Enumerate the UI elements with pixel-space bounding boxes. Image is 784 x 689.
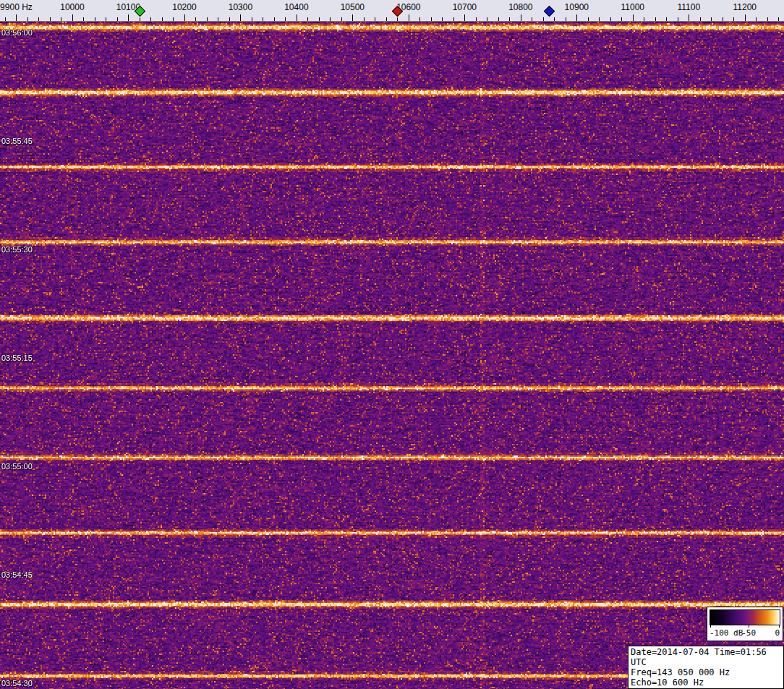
minor-tick xyxy=(252,17,252,21)
minor-tick xyxy=(453,17,454,21)
spectrogram-canvas[interactable] xyxy=(0,22,784,689)
minor-tick xyxy=(498,17,499,21)
time-label: 03:54:30 xyxy=(1,679,33,688)
minor-tick xyxy=(700,17,701,21)
tick-label: 11000 xyxy=(621,2,644,12)
minor-tick xyxy=(386,17,387,21)
tick-label: 10900 xyxy=(565,2,589,12)
minor-tick xyxy=(397,17,398,21)
minor-tick xyxy=(543,17,544,21)
tick-label: 10800 xyxy=(508,2,532,12)
colorbar-tick xyxy=(779,625,780,628)
minor-tick xyxy=(644,17,644,21)
minor-tick xyxy=(229,17,230,21)
minor-tick xyxy=(723,17,723,21)
minor-tick xyxy=(756,17,757,21)
minor-tick xyxy=(733,17,734,21)
time-label: 03:55:45 xyxy=(1,137,33,145)
minor-tick xyxy=(341,17,342,21)
colorbar-label-max: 0 xyxy=(775,628,780,638)
minor-tick xyxy=(711,17,712,21)
minor-tick xyxy=(150,17,151,21)
major-tick xyxy=(240,14,241,21)
minor-tick xyxy=(285,17,286,21)
colorbar: -100 dB -50 0 xyxy=(707,607,783,641)
minor-tick xyxy=(27,17,28,21)
minor-tick xyxy=(509,17,510,21)
minor-tick xyxy=(61,17,61,21)
minor-tick xyxy=(195,17,196,21)
tick-label: 10200 xyxy=(172,2,196,12)
colorbar-label-mid: -50 xyxy=(741,628,756,638)
minor-tick xyxy=(5,17,6,21)
minor-tick xyxy=(106,17,106,21)
minor-tick xyxy=(566,17,566,21)
info-box: Date=2014-07-04 Time=01:56 UTC Freq=143 … xyxy=(628,646,784,689)
major-tick xyxy=(521,14,521,21)
tick-label: 9900 Hz xyxy=(0,2,33,12)
minor-tick xyxy=(778,17,779,21)
info-date-time: Date=2014-07-04 Time=01:56 UTC xyxy=(631,647,781,667)
colorbar-tick xyxy=(710,625,711,628)
minor-tick xyxy=(554,17,555,21)
minor-tick xyxy=(678,17,678,21)
minor-tick xyxy=(487,17,487,21)
colorbar-gradient xyxy=(710,609,780,625)
minor-tick xyxy=(117,17,118,21)
tick-label: 11200 xyxy=(733,2,757,12)
major-tick xyxy=(576,14,577,21)
major-tick xyxy=(297,14,297,21)
minor-tick xyxy=(330,17,331,21)
minor-tick xyxy=(476,17,477,21)
info-frequency: Freq=143 050 000 Hz xyxy=(631,667,781,677)
minor-tick xyxy=(140,17,140,21)
minor-tick xyxy=(173,17,174,21)
blue-marker[interactable] xyxy=(543,6,555,17)
minor-tick xyxy=(307,17,308,21)
time-label: 03:56:00 xyxy=(1,28,33,37)
frequency-scale[interactable]: 9900 Hz100001010010200103001040010500106… xyxy=(0,0,784,22)
tick-label: 10000 xyxy=(60,2,84,12)
major-tick xyxy=(16,14,17,21)
major-tick xyxy=(184,14,185,21)
minor-tick xyxy=(431,17,432,21)
major-tick xyxy=(72,14,73,21)
time-label: 03:55:30 xyxy=(1,245,33,254)
minor-tick xyxy=(375,17,375,21)
time-label: 03:55:00 xyxy=(1,462,33,471)
tick-label: 10700 xyxy=(453,2,477,12)
minor-tick xyxy=(599,17,600,21)
minor-tick xyxy=(532,17,532,21)
time-label: 03:54:45 xyxy=(1,570,33,579)
tick-label: 10400 xyxy=(284,2,308,12)
minor-tick xyxy=(621,17,622,21)
info-echo: Echo=10 600 Hz xyxy=(631,677,781,688)
minor-tick xyxy=(610,17,611,21)
major-tick xyxy=(352,14,353,21)
minor-tick xyxy=(655,17,656,21)
minor-tick xyxy=(83,17,84,21)
minor-tick xyxy=(95,17,95,21)
minor-tick xyxy=(666,17,667,21)
major-tick xyxy=(464,14,465,21)
tick-label: 10500 xyxy=(341,2,365,12)
minor-tick xyxy=(274,17,275,21)
minor-tick xyxy=(38,17,39,21)
minor-tick xyxy=(588,17,589,21)
minor-tick xyxy=(218,17,218,21)
minor-tick xyxy=(767,17,768,21)
minor-tick xyxy=(50,17,51,21)
colorbar-label-min: -100 dB xyxy=(710,628,743,638)
major-tick xyxy=(689,14,689,21)
time-label: 03:55:15 xyxy=(1,354,33,362)
minor-tick xyxy=(364,17,365,21)
major-tick xyxy=(128,14,129,21)
major-tick xyxy=(409,14,409,21)
minor-tick xyxy=(442,17,443,21)
spectrogram-window: 9900 Hz100001010010200103001040010500106… xyxy=(0,0,784,689)
minor-tick xyxy=(263,17,263,21)
colorbar-tick xyxy=(749,625,749,628)
major-tick xyxy=(745,14,746,21)
tick-label: 11100 xyxy=(677,2,700,12)
minor-tick xyxy=(162,17,163,21)
